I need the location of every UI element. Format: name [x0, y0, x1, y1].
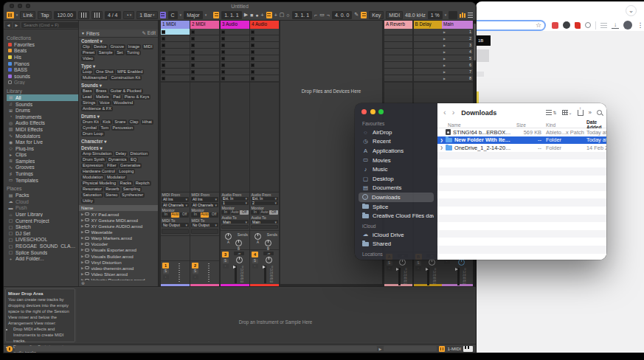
clip-slot[interactable]: [384, 42, 412, 48]
filter-chip[interactable]: Tom: [99, 125, 110, 131]
disclosure-triangle-icon[interactable]: ▶: [81, 236, 83, 240]
sidebar-item-clips[interactable]: ▸Clips: [7, 152, 78, 159]
clip-slot[interactable]: [161, 69, 190, 75]
table-row[interactable]: STING!64 b...ERBOX.amxd569 KBAbleto...x …: [437, 128, 606, 136]
monitor-option[interactable]: Auto: [201, 212, 210, 218]
clip-slot[interactable]: [384, 62, 412, 68]
scale-root-field[interactable]: C: [168, 11, 178, 19]
browser-result-row[interactable]: ▶Warp Markers.amxd: [79, 235, 158, 241]
clip-slot[interactable]: [221, 49, 249, 55]
loop-length-field[interactable]: 4. 0. 0: [332, 11, 352, 19]
filter-chip[interactable]: MIDI: [142, 44, 154, 49]
sidebar-item-shared[interactable]: Shared: [359, 240, 434, 249]
clip-slot[interactable]: [190, 62, 219, 68]
clip-stop-button[interactable]: [162, 70, 165, 74]
clip-stop-button[interactable]: [221, 50, 225, 54]
send-knob[interactable]: [235, 240, 242, 246]
sidebar-item-documents[interactable]: ▤Documents: [359, 184, 434, 193]
filter-chip[interactable]: Woodwind: [112, 100, 134, 105]
clip-stop-button[interactable]: [251, 57, 255, 60]
sidebar-item-grooves[interactable]: ∿Grooves: [7, 165, 78, 171]
browser-result-row[interactable]: ▶XY Pad.amxd: [79, 211, 158, 217]
place-item[interactable]: ⌂User Library: [7, 211, 78, 218]
notification-icon[interactable]: [7, 346, 13, 352]
filter-chip[interactable]: Construction Kit: [109, 75, 141, 80]
filter-chip[interactable]: Image: [127, 44, 142, 49]
sidebar-item-recent[interactable]: ◷Recent: [359, 137, 434, 147]
filter-chip[interactable]: Multisampled: [81, 75, 108, 80]
clip-slot[interactable]: [190, 75, 219, 81]
filter-chip[interactable]: Voice: [98, 100, 111, 105]
clip-slot[interactable]: [161, 62, 190, 68]
filter-chip[interactable]: Delay: [114, 151, 128, 156]
quantize-menu[interactable]: 1 Bar▾: [136, 11, 157, 19]
clip-slot[interactable]: [190, 35, 219, 41]
filter-chip[interactable]: Repitch: [134, 181, 151, 186]
scene-launch-row[interactable]: ▶8: [442, 75, 473, 81]
clip-slot[interactable]: [384, 49, 412, 55]
clip-stop-button[interactable]: [162, 30, 165, 34]
filter-chip[interactable]: Distortion: [129, 151, 150, 156]
clip-slot[interactable]: [161, 49, 190, 55]
filter-group-header[interactable]: Content ▾: [79, 38, 158, 44]
place-item[interactable]: ▢Splice Sounds: [7, 249, 78, 256]
menu-icon[interactable]: [468, 13, 473, 18]
scene-play-icon[interactable]: ▶: [443, 63, 446, 67]
bookmark-star-icon[interactable]: ☆: [536, 22, 541, 29]
browser-result-row[interactable]: ▶Vocoder: [79, 241, 158, 247]
collection-item[interactable]: BASS: [7, 66, 78, 73]
link-button[interactable]: Link: [20, 11, 35, 19]
filter-chip[interactable]: Dynamics: [107, 157, 128, 162]
filter-chip[interactable]: Reverb: [104, 187, 120, 192]
filter-chip[interactable]: Hardware Control: [81, 169, 117, 174]
arm-button[interactable]: ◦: [163, 275, 169, 280]
clip-stop-button[interactable]: [162, 44, 165, 47]
clip-slot[interactable]: [221, 42, 249, 48]
clip-stop-button[interactable]: [162, 57, 165, 60]
track-header[interactable]: 4 Audio: [250, 21, 279, 29]
scene-launch-row[interactable]: ▶5: [442, 55, 473, 61]
toolbar-gray-icon[interactable]: [600, 23, 607, 28]
volume-fader[interactable]: [398, 268, 401, 285]
place-item[interactable]: ▢Current Project: [7, 218, 78, 224]
filter-chip[interactable]: Kick: [101, 120, 112, 125]
extension-dark-circle-icon[interactable]: [563, 21, 570, 29]
solo-button[interactable]: S: [193, 269, 198, 274]
clip-slot[interactable]: [250, 55, 279, 61]
fader-thumb[interactable]: [455, 268, 458, 271]
filter-chip[interactable]: Sample: [97, 50, 114, 55]
filter-chip[interactable]: Mallets: [94, 94, 111, 100]
browser-result-row[interactable]: ▶Visuals Exporter.amxd: [79, 247, 158, 253]
clip-stop-button[interactable]: [191, 30, 195, 34]
disclosure-triangle-icon[interactable]: ▶: [81, 230, 83, 234]
clip-stop-button[interactable]: [191, 63, 195, 67]
disclosure-triangle-icon[interactable]: ❯: [440, 138, 443, 142]
scene-play-icon[interactable]: ▶: [443, 37, 446, 41]
clip-slot[interactable]: [250, 75, 279, 81]
capture-midi-icon[interactable]: +: [274, 13, 277, 18]
send-knob[interactable]: [225, 233, 232, 240]
arm-button[interactable]: ◦: [193, 275, 198, 280]
collection-item[interactable]: Beats: [7, 48, 78, 55]
filter-chip[interactable]: MPE Enabled: [116, 69, 144, 75]
clip-stop-button[interactable]: [251, 44, 255, 47]
place-item[interactable]: ▢Sketch: [7, 224, 78, 230]
disclosure-triangle-icon[interactable]: ❯: [440, 145, 443, 150]
tempo-field[interactable]: 120.00: [54, 11, 75, 19]
filter-chip[interactable]: Piano & Keys: [123, 94, 151, 100]
place-item[interactable]: ▢REGGAE_SOUND_CLASH Project: [7, 243, 78, 249]
status-arrow-icon[interactable]: ▶: [379, 347, 382, 351]
filter-group-header[interactable]: Type ▾: [79, 63, 158, 69]
browser-result-row[interactable]: ▶Vinyl Distortion: [79, 259, 158, 265]
scene-play-icon[interactable]: ▶: [443, 57, 446, 60]
filter-chip[interactable]: Resonator: [81, 187, 103, 192]
sidebar-item-tunings[interactable]: ♯Tunings: [7, 170, 78, 177]
clip-stop-button[interactable]: [251, 37, 255, 41]
filter-chip[interactable]: Strings: [81, 100, 97, 105]
search-icon[interactable]: [597, 110, 602, 115]
scene-launch-row[interactable]: ▶6: [442, 62, 473, 68]
sidebar-item-plug-ins[interactable]: ◇Plug-Ins: [7, 145, 78, 152]
clip-slot[interactable]: [221, 75, 249, 81]
clip-stop-button[interactable]: [191, 77, 195, 80]
fader-thumb[interactable]: [263, 266, 266, 269]
